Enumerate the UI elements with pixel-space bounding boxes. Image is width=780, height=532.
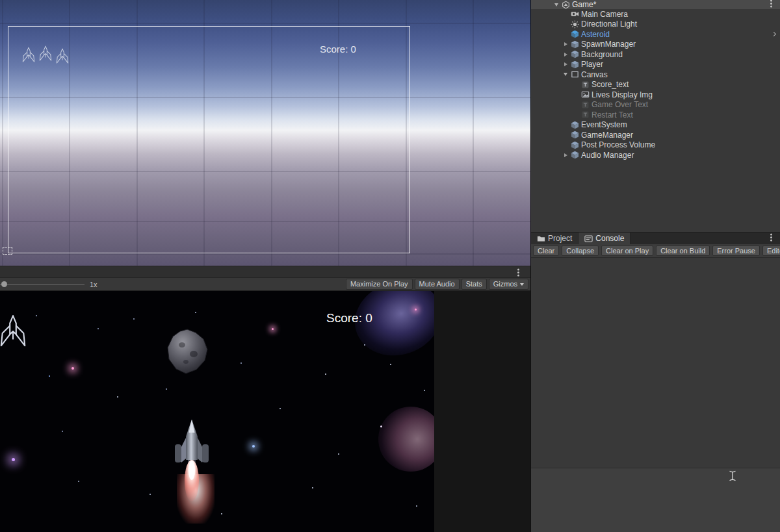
unity-scene-icon bbox=[561, 0, 570, 9]
hierarchy-item-audio-manager[interactable]: Audio Manager bbox=[531, 150, 780, 160]
mute-audio-button[interactable]: Mute Audio bbox=[415, 279, 460, 290]
letterbox bbox=[434, 291, 530, 532]
tab-console-label: Console bbox=[595, 234, 624, 243]
gizmos-label: Gizmos bbox=[493, 280, 517, 288]
expand-arrow-icon[interactable] bbox=[561, 53, 570, 57]
maximize-on-play-label: Maximize On Play bbox=[350, 280, 408, 288]
hierarchy-item-gamemanager[interactable]: GameManager bbox=[531, 130, 780, 140]
cube-icon bbox=[570, 131, 579, 140]
cube-icon bbox=[570, 40, 579, 49]
console-menu-icon[interactable] bbox=[770, 236, 772, 238]
hierarchy-item-asteroid[interactable]: Asteroid bbox=[531, 29, 780, 40]
scene-expand-arrow[interactable] bbox=[552, 3, 561, 6]
item-label: Score_text bbox=[592, 80, 629, 89]
collapse-button[interactable]: Collapse bbox=[562, 246, 599, 256]
expand-arrow-icon[interactable] bbox=[561, 62, 570, 66]
hierarchy-item-player[interactable]: Player bbox=[531, 60, 780, 70]
item-label: Restart Text bbox=[592, 110, 633, 120]
text-cursor-icon bbox=[729, 470, 736, 484]
hierarchy-item-score-text[interactable]: Score_text bbox=[531, 80, 780, 90]
slider-track bbox=[0, 284, 84, 285]
hierarchy-item-post-process-volume[interactable]: Post Process Volume bbox=[531, 140, 780, 151]
gizmos-dropdown[interactable]: Gizmos bbox=[489, 279, 528, 290]
maximize-on-play-button[interactable]: Maximize On Play bbox=[346, 279, 413, 290]
collapse-label: Collapse bbox=[566, 247, 594, 255]
stats-button[interactable]: Stats bbox=[462, 279, 487, 290]
item-label: Audio Manager bbox=[581, 151, 634, 160]
game-view-menu-icon[interactable] bbox=[517, 272, 519, 273]
item-label: Lives Display Img bbox=[592, 90, 653, 99]
scale-slider[interactable] bbox=[0, 278, 84, 290]
lives-ship-sprite bbox=[0, 314, 28, 349]
asteroid-sprite bbox=[166, 328, 209, 377]
console-detail-area[interactable] bbox=[531, 468, 780, 532]
game-toolbar-buttons: Maximize On Play Mute Audio Stats Gizmos bbox=[346, 279, 530, 290]
item-label: Post Process Volume bbox=[581, 140, 655, 149]
hierarchy-menu-icon[interactable] bbox=[770, 3, 772, 5]
item-label: Asteroid bbox=[581, 30, 610, 39]
scene-name-label: Game* bbox=[572, 0, 596, 9]
clear-label: Clear bbox=[538, 247, 554, 255]
cube-icon bbox=[570, 120, 579, 129]
game-view-toolbar: 1x Maximize On Play Mute Audio Stats Giz… bbox=[0, 278, 530, 291]
hierarchy-item-eventsystem[interactable]: EventSystem bbox=[531, 120, 780, 131]
clear-on-play-label: Clear on Play bbox=[606, 247, 649, 255]
ship-gizmo-sprite bbox=[21, 47, 36, 64]
editor-dropdown[interactable]: Editor bbox=[762, 246, 780, 256]
unity-editor-window: Score: 0 1x Maximize On Play Mute Audio … bbox=[0, 0, 780, 532]
item-label: Canvas bbox=[581, 70, 608, 79]
hierarchy-item-canvas[interactable]: Canvas bbox=[531, 70, 780, 80]
ship-gizmo-sprite bbox=[38, 45, 53, 62]
left-panel: Score: 0 1x Maximize On Play Mute Audio … bbox=[0, 0, 530, 532]
error-pause-label: Error Pause bbox=[717, 247, 755, 255]
cube-icon bbox=[570, 50, 579, 59]
tab-console[interactable]: Console bbox=[578, 233, 630, 244]
hierarchy-item-directional-light[interactable]: Directional Light bbox=[531, 19, 780, 30]
right-panel: Game* Main Camera Directional Light Aste… bbox=[530, 0, 780, 532]
hierarchy-item-lives-display-img[interactable]: Lives Display Img bbox=[531, 90, 780, 100]
item-label: Directional Light bbox=[581, 19, 637, 29]
cube-icon bbox=[570, 151, 579, 160]
canvas-icon bbox=[570, 70, 579, 79]
clear-button[interactable]: Clear bbox=[533, 246, 559, 256]
prefab-open-chevron-icon[interactable] bbox=[772, 32, 776, 36]
ship-gizmo-sprite bbox=[55, 48, 70, 65]
scene-view[interactable]: Score: 0 bbox=[0, 0, 530, 266]
error-pause-button[interactable]: Error Pause bbox=[712, 246, 760, 256]
light-icon bbox=[570, 19, 579, 29]
bottom-tabbar: Project Console bbox=[531, 232, 780, 244]
image-icon bbox=[580, 90, 590, 99]
tab-project-label: Project bbox=[548, 234, 572, 243]
cube-icon bbox=[570, 60, 579, 69]
cube-icon bbox=[570, 140, 579, 149]
hierarchy-item-game-over-text[interactable]: Game Over Text bbox=[531, 100, 780, 110]
expand-arrow-icon[interactable] bbox=[561, 153, 570, 157]
chevron-down-icon bbox=[520, 283, 524, 286]
folder-icon bbox=[537, 234, 545, 243]
hierarchy-panel[interactable]: Game* Main Camera Directional Light Aste… bbox=[531, 0, 780, 232]
hierarchy-item-background[interactable]: Background bbox=[531, 49, 780, 60]
collapse-arrow-icon[interactable] bbox=[561, 73, 570, 76]
text-icon bbox=[580, 110, 590, 120]
scale-label: 1x bbox=[90, 281, 98, 288]
clear-on-build-label: Clear on Build bbox=[660, 247, 705, 255]
game-view-area[interactable]: Score: 0 bbox=[0, 291, 530, 532]
scene-score-text: Score: 0 bbox=[320, 44, 356, 55]
hierarchy-item-spawnmanager[interactable]: SpawnManager bbox=[531, 40, 780, 50]
slider-handle[interactable] bbox=[1, 281, 7, 287]
mute-audio-label: Mute Audio bbox=[419, 280, 455, 288]
clear-on-play-button[interactable]: Clear on Play bbox=[601, 246, 653, 256]
hierarchy-item-main-camera[interactable]: Main Camera bbox=[531, 9, 780, 19]
game-render: Score: 0 bbox=[0, 291, 434, 532]
expand-arrow-icon[interactable] bbox=[561, 42, 570, 46]
console-log-area[interactable] bbox=[531, 258, 780, 468]
item-label: Player bbox=[581, 60, 603, 69]
editor-label: Editor bbox=[767, 247, 780, 255]
item-label: Background bbox=[581, 50, 623, 59]
rect-tool-icon bbox=[3, 247, 12, 255]
scene-header-row[interactable]: Game* bbox=[531, 0, 780, 9]
clear-on-build-button[interactable]: Clear on Build bbox=[656, 246, 710, 256]
text-icon bbox=[580, 80, 590, 89]
tab-project[interactable]: Project bbox=[531, 233, 578, 244]
hierarchy-item-restart-text[interactable]: Restart Text bbox=[531, 110, 780, 120]
